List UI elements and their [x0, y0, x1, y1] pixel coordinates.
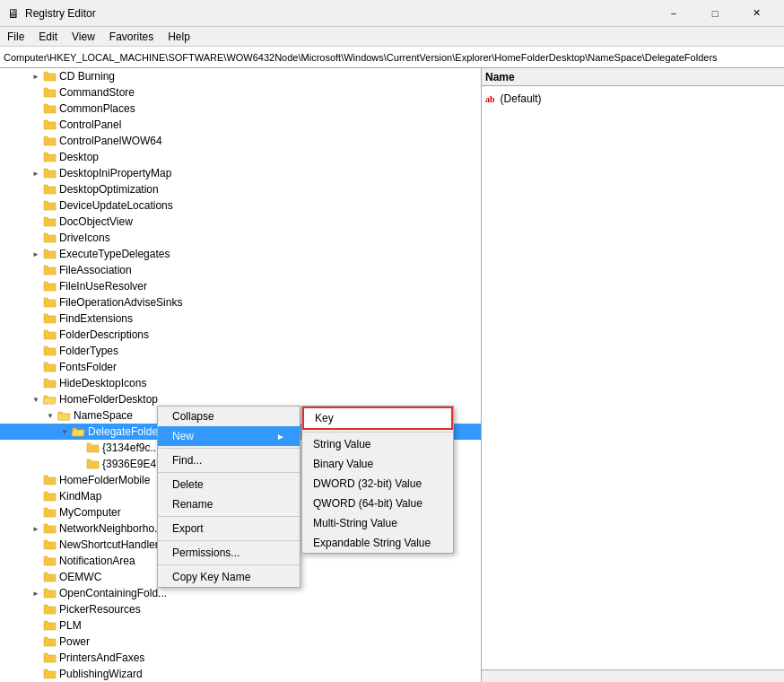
context-menu-item[interactable]: New►: [158, 426, 300, 446]
tree-item[interactable]: PickerResources: [0, 601, 481, 617]
tree-label: CD Burning: [59, 70, 481, 83]
menu-edit[interactable]: Edit: [31, 29, 65, 45]
tree-expander-empty: [29, 197, 43, 214]
tree-expander-empty: [29, 553, 43, 569]
context-menu-item[interactable]: Find...: [158, 450, 300, 470]
submenu-item[interactable]: QWORD (64-bit) Value: [302, 494, 453, 513]
tree-expander-empty: [29, 650, 43, 666]
submenu-item[interactable]: Expandable String Value: [302, 533, 453, 553]
tree-item[interactable]: PLM: [0, 617, 481, 634]
context-menu-separator: [158, 472, 300, 473]
context-menu-item[interactable]: Delete: [158, 475, 300, 494]
tree-item[interactable]: DocObjectView: [0, 214, 481, 230]
tree-item[interactable]: DeviceUpdateLocations: [0, 197, 481, 214]
tree-item[interactable]: FileAssociation: [0, 262, 481, 278]
tree-item[interactable]: ► CD Burning: [0, 68, 481, 84]
tree-expander-empty: [29, 359, 43, 375]
tree-label: DocObjectView: [59, 215, 481, 228]
tree-label: ControlPanelWOW64: [59, 135, 481, 147]
folder-icon: [43, 118, 59, 132]
tree-expander-empty: [29, 634, 43, 650]
tree-expander[interactable]: ►: [29, 68, 43, 84]
address-bar: Computer\HKEY_LOCAL_MACHINE\SOFTWARE\WOW…: [0, 47, 784, 68]
context-menu-item-label: Collapse: [172, 410, 214, 423]
tree-item[interactable]: CommonPlaces: [0, 101, 481, 117]
tree-item[interactable]: PublishingWizard: [0, 666, 481, 682]
tree-item[interactable]: HideDesktopIcons: [0, 375, 481, 391]
folder-icon: [43, 231, 59, 245]
tree-item[interactable]: FindExtensions: [0, 310, 481, 327]
tree-scroll[interactable]: ► CD Burning CommandStore CommonPlaces C…: [0, 68, 481, 682]
tree-item[interactable]: ► ExecuteTypeDelegates: [0, 246, 481, 262]
submenu-item[interactable]: String Value: [302, 434, 453, 454]
folder-icon: [57, 408, 74, 423]
menu-view[interactable]: View: [65, 29, 102, 45]
tree-item[interactable]: PrintersAndFaxes: [0, 650, 481, 666]
tree-item[interactable]: Desktop: [0, 149, 481, 165]
context-menu-item-label: Permissions...: [172, 546, 240, 559]
menu-help[interactable]: Help: [161, 29, 197, 45]
tree-expander-empty: [29, 488, 43, 504]
folder-icon: [43, 376, 59, 390]
folder-icon: [43, 602, 59, 616]
submenu-item[interactable]: DWORD (32-bit) Value: [302, 474, 453, 494]
maximize-button[interactable]: □: [694, 0, 736, 27]
tree-pane: ► CD Burning CommandStore CommonPlaces C…: [0, 68, 482, 682]
minimize-button[interactable]: −: [653, 0, 694, 27]
folder-icon: [43, 586, 59, 600]
tree-item[interactable]: FileOperationAdviseSinks: [0, 294, 481, 310]
folder-icon: [86, 441, 102, 455]
app-icon: 🖥: [7, 6, 20, 21]
tree-expander-empty: [29, 214, 43, 230]
context-menu-item-label: Delete: [172, 478, 204, 491]
tree-expander-empty: [29, 262, 43, 278]
registry-entry-default[interactable]: ab (Default): [485, 90, 780, 108]
tree-item[interactable]: DriveIcons: [0, 230, 481, 246]
tree-item[interactable]: ControlPanel: [0, 117, 481, 133]
tree-label: PickerResources: [59, 603, 481, 616]
context-menu-item[interactable]: Collapse: [158, 407, 300, 426]
ab-icon: ab: [485, 94, 495, 104]
context-menu-separator: [158, 540, 300, 541]
context-menu-separator: [158, 448, 300, 449]
tree-item[interactable]: FolderDescriptions: [0, 327, 481, 343]
tree-item[interactable]: FileInUseResolver: [0, 278, 481, 294]
folder-icon: [43, 263, 59, 277]
tree-expander[interactable]: ►: [29, 520, 43, 537]
tree-label: CommonPlaces: [59, 102, 481, 115]
tree-item[interactable]: DesktopOptimization: [0, 181, 481, 197]
tree-item[interactable]: ► DesktopIniPropertyMap: [0, 165, 481, 181]
submenu-item[interactable]: Multi-String Value: [302, 513, 453, 533]
tree-expander[interactable]: ►: [29, 165, 43, 181]
tree-label: HomeFolderDesktop: [59, 393, 481, 406]
tree-item[interactable]: CommandStore: [0, 84, 481, 101]
folder-icon: [72, 424, 88, 439]
tree-expander[interactable]: ►: [29, 246, 43, 262]
tree-item[interactable]: FolderTypes: [0, 343, 481, 359]
tree-expander[interactable]: ►: [29, 585, 43, 601]
context-menu-item[interactable]: Export: [158, 519, 300, 538]
tree-expander[interactable]: ▼: [29, 391, 43, 407]
tree-label: FolderTypes: [59, 345, 481, 357]
tree-expander[interactable]: ▼: [43, 407, 57, 424]
folder-icon: [43, 505, 59, 520]
submenu-item[interactable]: Key: [302, 407, 453, 430]
tree-expander-empty: [29, 601, 43, 617]
menu-file[interactable]: File: [0, 29, 31, 45]
tree-label: DesktopOptimization: [59, 183, 481, 196]
context-menu-item[interactable]: Copy Key Name: [158, 567, 300, 587]
tree-item[interactable]: Power: [0, 634, 481, 650]
context-menu-item-label: New: [172, 430, 194, 442]
submenu-item[interactable]: Binary Value: [302, 454, 453, 474]
tree-expander[interactable]: ▼: [57, 424, 72, 440]
close-button[interactable]: ✕: [736, 0, 777, 27]
menu-favorites[interactable]: Favorites: [102, 29, 161, 45]
tree-item[interactable]: ControlPanelWOW64: [0, 133, 481, 149]
right-pane-content: ab (Default): [482, 86, 784, 111]
context-menu-item[interactable]: Rename: [158, 494, 300, 514]
right-pane-scrollbar[interactable]: [482, 669, 784, 682]
main-content: ► CD Burning CommandStore CommonPlaces C…: [0, 68, 784, 682]
tree-item[interactable]: FontsFolder: [0, 359, 481, 375]
tree-label: DesktopIniPropertyMap: [59, 167, 481, 179]
context-menu-item[interactable]: Permissions...: [158, 543, 300, 563]
